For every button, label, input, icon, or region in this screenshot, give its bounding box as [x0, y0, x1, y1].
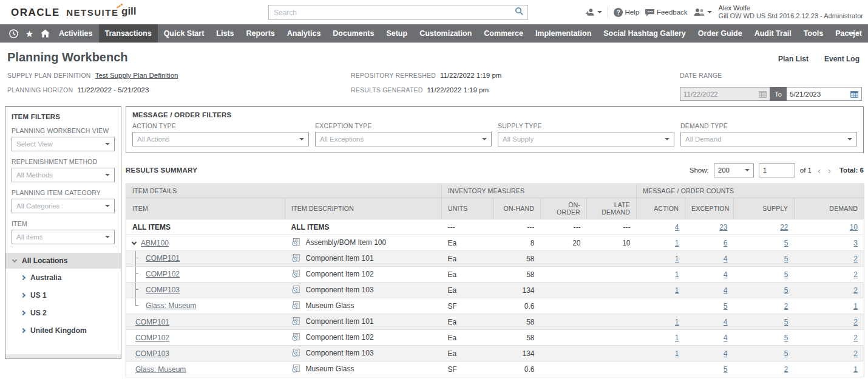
count-link-action[interactable]: 4	[675, 223, 679, 232]
location-tree-item-united-kingdom[interactable]: United Kingdom	[5, 321, 121, 339]
previous-page-button[interactable]: ‹	[816, 166, 822, 175]
date-to-input[interactable]: 5/21/2023	[787, 87, 862, 101]
location-tree-item-us-2[interactable]: US 2	[5, 304, 121, 321]
count-link-action[interactable]: 1	[675, 349, 679, 358]
count-link-exception[interactable]: 4	[724, 318, 728, 326]
location-tree-item-us-1[interactable]: US 1	[5, 286, 121, 304]
count-link-exception[interactable]: 23	[719, 223, 727, 232]
count-link-supply[interactable]: 5	[784, 255, 788, 263]
count-link-demand[interactable]: 2	[853, 286, 858, 295]
location-tree-item-australia[interactable]: Australia	[5, 269, 121, 286]
count-link-demand[interactable]: 1	[853, 365, 858, 374]
shortcuts-button[interactable]: ★	[22, 24, 38, 43]
item-link[interactable]: COMP101	[146, 254, 180, 263]
item-snapshot-icon[interactable]	[291, 348, 300, 359]
nav-item-commerce[interactable]: Commerce	[478, 24, 529, 43]
search-input[interactable]	[273, 8, 515, 18]
nav-item-documents[interactable]: Documents	[327, 24, 380, 43]
count-link-exception[interactable]: 4	[724, 286, 728, 295]
search-icon[interactable]	[515, 7, 524, 18]
count-link-exception[interactable]: 4	[724, 334, 728, 342]
home-button[interactable]	[37, 24, 53, 43]
nav-item-social-hashtag-gallery[interactable]: Social Hashtag Gallery	[597, 24, 691, 43]
nav-item-reports[interactable]: Reports	[240, 24, 281, 43]
item-snapshot-icon[interactable]	[291, 317, 300, 328]
count-link-exception[interactable]: 5	[724, 365, 728, 374]
filter-select-exception-type[interactable]: All Exceptions	[315, 132, 492, 146]
count-link-supply[interactable]: 2	[784, 365, 788, 374]
filter-select-item[interactable]: All items	[12, 230, 115, 244]
item-snapshot-icon[interactable]	[291, 269, 300, 280]
count-link-supply[interactable]: 5	[784, 239, 788, 247]
count-link-supply[interactable]: 5	[784, 349, 788, 358]
help-button[interactable]: ? Help	[614, 8, 639, 17]
recent-records-button[interactable]	[6, 24, 22, 43]
filter-select-replenishment-method[interactable]: All Methods	[12, 168, 115, 182]
item-link[interactable]: COMP103	[146, 286, 180, 294]
count-link-action[interactable]: 1	[675, 286, 679, 295]
next-page-button[interactable]: ›	[827, 166, 832, 175]
roles-menu-button[interactable]	[693, 7, 712, 17]
nav-item-tools[interactable]: Tools	[798, 24, 829, 43]
location-tree-root[interactable]: All Locations	[5, 253, 121, 269]
feedback-button[interactable]: Feedback	[645, 8, 688, 17]
nav-item-lists[interactable]: Lists	[210, 24, 240, 43]
count-link-action[interactable]: 1	[675, 255, 679, 263]
nav-item-transactions[interactable]: Transactions	[99, 24, 158, 43]
nav-item-customization[interactable]: Customization	[413, 24, 478, 43]
item-snapshot-icon[interactable]	[291, 238, 300, 249]
quick-add-button[interactable]	[585, 7, 602, 17]
header-link-event-log[interactable]: Event Log	[824, 55, 860, 63]
item-snapshot-icon[interactable]	[291, 253, 300, 264]
count-link-demand[interactable]: 2	[853, 318, 858, 326]
count-link-demand[interactable]: 10	[850, 223, 858, 232]
item-link[interactable]: COMP102	[146, 270, 180, 278]
nav-item-analytics[interactable]: Analytics	[281, 24, 327, 43]
nav-item-setup[interactable]: Setup	[380, 24, 413, 43]
count-link-demand[interactable]: 2	[853, 349, 858, 358]
item-snapshot-icon[interactable]	[291, 332, 300, 343]
page-size-select[interactable]: 200	[714, 163, 754, 177]
item-snapshot-icon[interactable]	[291, 301, 300, 312]
count-link-action[interactable]: 1	[675, 334, 679, 342]
supply-plan-definition-link[interactable]: Test Supply Plan Definition	[95, 72, 178, 79]
header-link-plan-list[interactable]: Plan List	[778, 55, 809, 63]
item-link[interactable]: COMP103	[135, 349, 169, 358]
date-from-input[interactable]: 11/22/2022	[680, 87, 770, 101]
count-link-supply[interactable]: 22	[780, 223, 788, 232]
filter-select-supply-type[interactable]: All Supply	[498, 132, 674, 146]
filter-select-planning-item-category[interactable]: All Categories	[12, 199, 115, 213]
count-link-exception[interactable]: 4	[724, 349, 728, 358]
filter-select-planning-workbench-view[interactable]: Select View	[12, 137, 115, 151]
page-number-input[interactable]	[759, 163, 795, 177]
expand-collapse-icon[interactable]	[132, 239, 137, 244]
count-link-demand[interactable]: 3	[853, 239, 858, 247]
nav-item-implementation[interactable]: Implementation	[529, 24, 597, 43]
count-link-demand[interactable]: 1	[853, 302, 858, 311]
count-link-action[interactable]: 1	[675, 239, 679, 247]
nav-item-audit-trail[interactable]: Audit Trail	[748, 24, 798, 43]
item-link[interactable]: COMP102	[135, 334, 169, 342]
count-link-exception[interactable]: 6	[724, 239, 728, 247]
count-link-exception[interactable]: 5	[724, 302, 728, 311]
count-link-supply[interactable]: 5	[784, 318, 788, 326]
nav-item-order-guide[interactable]: Order Guide	[692, 24, 748, 43]
filter-select-demand-type[interactable]: All Demand	[680, 132, 857, 146]
item-link[interactable]: COMP101	[135, 318, 169, 326]
count-link-supply[interactable]: 5	[784, 286, 788, 295]
user-info[interactable]: Alex Wolfe Gill OW WD US Std 2016.2.12.2…	[719, 4, 863, 20]
item-snapshot-icon[interactable]	[291, 364, 300, 375]
count-link-demand[interactable]: 2	[853, 270, 858, 279]
item-snapshot-icon[interactable]	[291, 285, 300, 296]
count-link-action[interactable]: 1	[675, 318, 679, 326]
count-link-supply[interactable]: 5	[784, 334, 788, 342]
count-link-exception[interactable]: 4	[724, 255, 728, 263]
count-link-demand[interactable]: 2	[853, 255, 858, 263]
count-link-action[interactable]: 1	[675, 270, 679, 279]
item-link[interactable]: Glass: Museum	[135, 365, 186, 374]
count-link-exception[interactable]: 4	[724, 270, 728, 279]
count-link-supply[interactable]: 2	[784, 302, 788, 311]
nav-item-quick-start[interactable]: Quick Start	[158, 24, 211, 43]
count-link-supply[interactable]: 5	[784, 270, 788, 279]
filter-select-action-type[interactable]: All Actions	[132, 132, 309, 146]
